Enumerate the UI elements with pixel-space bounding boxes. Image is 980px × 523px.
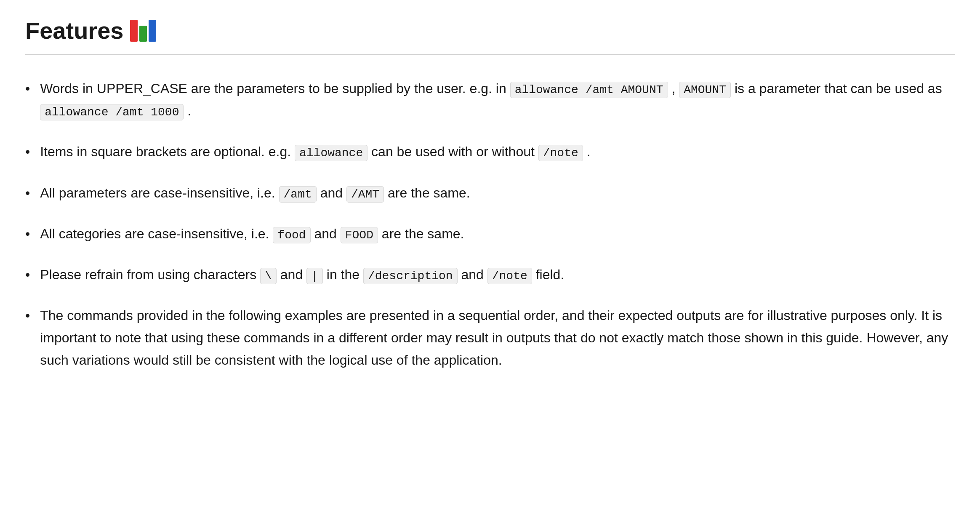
list-item: • All categories are case-insensitive, i… [25, 223, 955, 245]
feature-list: • Words in UPPER_CASE are the parameters… [25, 77, 955, 371]
code-description: /description [363, 268, 458, 284]
item-text-3: All parameters are case-insensitive, i.e… [40, 182, 955, 204]
code-amt-upper: /AMT [346, 186, 384, 203]
bullet-symbol: • [25, 304, 30, 327]
list-item: • Please refrain from using characters \… [25, 264, 955, 286]
item-text-1: Words in UPPER_CASE are the parameters t… [40, 77, 955, 122]
bar-green-icon [139, 26, 147, 42]
code-amount: AMOUNT [679, 82, 731, 98]
page-title: Features [25, 17, 123, 44]
title-icon [130, 20, 156, 42]
code-food-upper: FOOD [341, 227, 378, 243]
code-note: /note [538, 145, 583, 161]
bar-blue-icon [149, 20, 156, 42]
list-item: • All parameters are case-insensitive, i… [25, 182, 955, 204]
bullet-symbol: • [25, 223, 30, 245]
item-text-4: All categories are case-insensitive, i.e… [40, 223, 955, 245]
page-container: Features • Words in UPPER_CASE are the p… [0, 0, 980, 415]
bar-red-icon [130, 20, 138, 42]
item-text-2: Items in square brackets are optional. e… [40, 141, 955, 163]
bullet-symbol: • [25, 264, 30, 286]
code-amt-lower: /amt [279, 186, 317, 203]
list-item: • The commands provided in the following… [25, 304, 955, 371]
list-item: • Items in square brackets are optional.… [25, 141, 955, 163]
item-text-6: The commands provided in the following e… [40, 304, 955, 371]
code-allowance-amt-1000: allowance /amt 1000 [40, 104, 184, 120]
code-allowance-2: allowance [295, 145, 368, 161]
bullet-symbol: • [25, 77, 30, 100]
list-item: • Words in UPPER_CASE are the parameters… [25, 77, 955, 122]
content-section: • Words in UPPER_CASE are the parameters… [25, 65, 955, 371]
code-food-lower: food [273, 227, 310, 243]
code-note-2: /note [487, 268, 532, 284]
code-backslash: \ [260, 268, 277, 284]
bullet-symbol: • [25, 182, 30, 204]
code-pipe: | [306, 268, 323, 284]
header-section: Features [25, 17, 955, 55]
code-allowance-amt: allowance /amt AMOUNT [510, 82, 668, 98]
bullet-symbol: • [25, 141, 30, 163]
item-text-5: Please refrain from using characters \ a… [40, 264, 955, 286]
